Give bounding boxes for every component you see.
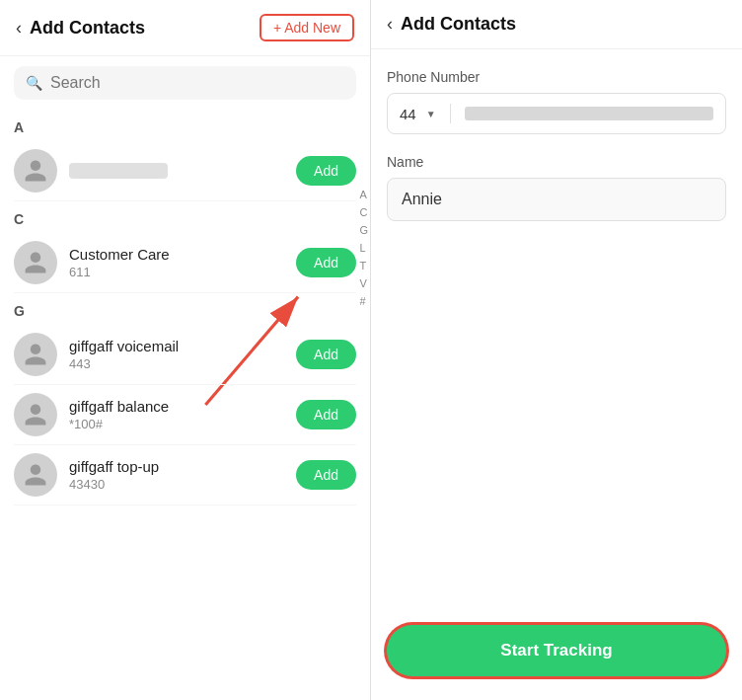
table-row: giffgaff top-up 43430 Add (14, 445, 356, 506)
search-box: 🔍 (14, 66, 356, 100)
avatar (14, 149, 57, 193)
left-header-left: ‹ Add Contacts (16, 18, 145, 39)
alpha-v[interactable]: V (359, 277, 368, 289)
search-container: 🔍 (0, 56, 370, 110)
alphabet-sidebar: A C G L T V # (359, 189, 368, 307)
right-header: ‹ Add Contacts (371, 0, 742, 49)
right-form-content: Phone Number 44 ▼ Name Annie (371, 49, 742, 609)
section-letter-a: A (14, 119, 356, 135)
contact-number: *100# (69, 417, 284, 431)
name-value: Annie (402, 191, 442, 207)
left-panel: ‹ Add Contacts + Add New 🔍 A (0, 0, 371, 700)
avatar (14, 453, 57, 497)
search-icon: 🔍 (26, 75, 42, 91)
add-new-button[interactable]: + Add New (260, 14, 354, 41)
contact-name-placeholder (69, 163, 168, 179)
contact-name: giffgaff voicemail (69, 338, 284, 354)
alpha-t[interactable]: T (359, 260, 368, 272)
alpha-c[interactable]: C (359, 206, 368, 218)
contact-info: giffgaff top-up 43430 (69, 458, 284, 492)
avatar (14, 241, 57, 284)
table-row: Customer Care 611 Add (14, 233, 356, 293)
add-contact-button[interactable]: Add (296, 156, 356, 186)
right-page-title: Add Contacts (401, 14, 516, 35)
left-page-title: Add Contacts (30, 18, 145, 39)
search-input[interactable] (50, 74, 344, 92)
phone-number-input-placeholder (465, 107, 713, 120)
alpha-hash[interactable]: # (359, 295, 368, 307)
phone-number-field[interactable]: 44 ▼ (387, 93, 726, 134)
name-label: Name (387, 154, 726, 170)
vertical-divider (450, 104, 451, 123)
section-letter-g: G (14, 303, 356, 319)
left-back-button[interactable]: ‹ (16, 18, 22, 39)
contact-info (69, 163, 284, 179)
right-panel: ‹ Add Contacts Phone Number 44 ▼ Name An… (371, 0, 742, 700)
add-contact-button[interactable]: Add (296, 340, 356, 369)
right-back-button[interactable]: ‹ (387, 14, 393, 35)
add-contact-button[interactable]: Add (296, 460, 356, 490)
contact-info: Customer Care 611 (69, 246, 284, 279)
alpha-g[interactable]: G (359, 224, 368, 236)
contact-number: 43430 (69, 477, 284, 492)
contact-number: 611 (69, 265, 284, 279)
country-code-dropdown-icon[interactable]: ▼ (426, 109, 436, 119)
section-letter-c: C (14, 211, 356, 227)
name-field[interactable]: Annie (387, 178, 726, 221)
table-row: giffgaff voicemail 443 Add (14, 325, 356, 385)
add-contact-button[interactable]: Add (296, 400, 356, 429)
start-tracking-button[interactable]: Start Tracking (387, 625, 726, 676)
left-header: ‹ Add Contacts + Add New (0, 0, 370, 56)
contact-name: giffgaff top-up (69, 458, 284, 475)
alpha-l[interactable]: L (359, 242, 368, 254)
right-footer: Start Tracking (371, 609, 742, 700)
add-contact-button[interactable]: Add (296, 248, 356, 277)
avatar (14, 393, 57, 436)
contact-number: 443 (69, 356, 284, 371)
table-row: giffgaff balance *100# Add (14, 385, 356, 445)
phone-label: Phone Number (387, 69, 726, 85)
contacts-list: A Add C Customer Care 611 Add G (0, 110, 370, 700)
country-code: 44 (400, 106, 416, 122)
alpha-a[interactable]: A (359, 189, 368, 200)
contact-name: Customer Care (69, 246, 284, 263)
contact-info: giffgaff balance *100# (69, 398, 284, 431)
avatar (14, 333, 57, 376)
contact-info: giffgaff voicemail 443 (69, 338, 284, 371)
table-row: Add (14, 141, 356, 201)
contact-name: giffgaff balance (69, 398, 284, 415)
